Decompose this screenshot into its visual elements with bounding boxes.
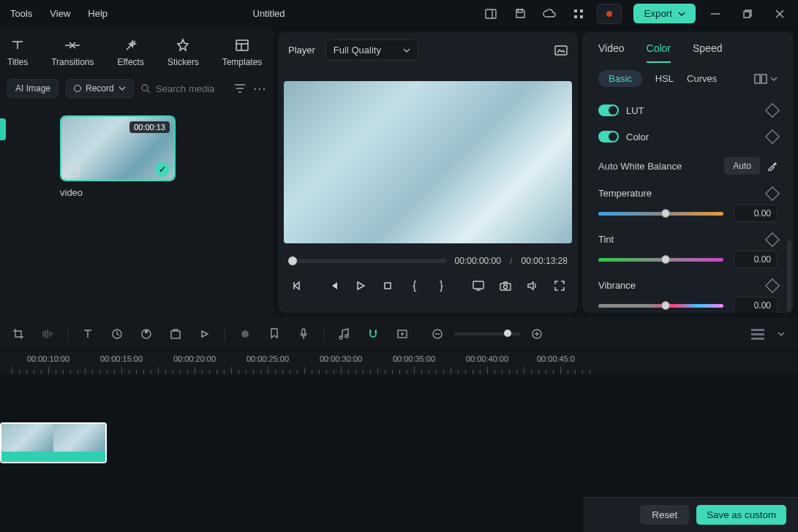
eyedropper-icon[interactable] [767,161,778,171]
svg-rect-22 [755,75,760,83]
layout-icon[interactable] [480,3,502,25]
tab-video[interactable]: Video [598,42,625,63]
more-tools[interactable] [195,324,214,343]
titles-icon [8,37,27,54]
expand-icon[interactable]: ⛶ [66,164,79,177]
vibrance-reset-icon[interactable] [765,278,780,293]
scrub-bar[interactable] [288,259,446,263]
lut-reset-icon[interactable] [765,103,780,118]
quality-select[interactable]: Full Quality [325,39,418,61]
temperature-slider[interactable] [598,212,723,216]
mark-in-button[interactable]: { [406,276,423,295]
track-view-toggle[interactable] [748,326,767,343]
filter-icon[interactable] [234,83,246,94]
svg-rect-23 [761,75,767,83]
temperature-reset-icon[interactable] [765,186,780,201]
awb-label: Auto White Balance [598,161,682,172]
color-reset-icon[interactable] [765,129,780,144]
svg-rect-0 [486,10,496,18]
svg-rect-8 [744,12,750,18]
timeline-clip[interactable] [0,422,107,463]
crop-tool[interactable] [9,324,28,343]
maximize-button[interactable] [735,3,760,25]
keyframe-tool[interactable] [236,324,255,343]
media-thumbnail[interactable]: 00:00:13 ⛶ ✓ [60,115,176,181]
mask-tool[interactable] [166,324,185,343]
subtab-basic[interactable]: Basic [598,70,642,87]
more-icon[interactable]: ⋯ [253,80,266,96]
tab-titles[interactable]: Titles [7,37,28,67]
fullscreen-icon[interactable] [551,276,568,295]
stop-button[interactable] [379,276,396,295]
tab-speed[interactable]: Speed [693,42,722,63]
camera-icon[interactable] [497,276,514,295]
save-custom-button[interactable]: Save as custom [696,505,786,525]
subtab-hsl[interactable]: HSL [655,73,674,84]
timeline-ruler[interactable]: 00:00:10:0000:00:15:0000:00:20:0000:00:2… [0,351,798,374]
speed-tool[interactable] [108,324,127,343]
color-toggle[interactable] [598,131,619,142]
temperature-value[interactable]: 0.00 [734,205,778,222]
close-button[interactable] [767,3,792,25]
prev-frame-button[interactable] [288,276,305,295]
menu-tools[interactable]: Tools [10,8,32,19]
export-button[interactable]: Export [633,4,696,23]
tint-value[interactable]: 0.00 [734,251,778,268]
step-back-button[interactable] [325,276,342,295]
subtab-curves[interactable]: Curves [687,73,717,84]
chevron-down-icon[interactable] [778,332,785,336]
play-button[interactable] [353,276,369,295]
auto-button[interactable]: Auto [724,157,760,175]
tab-effects[interactable]: Effects [117,37,143,67]
mic-tool[interactable] [294,324,313,343]
lut-toggle[interactable] [598,104,619,116]
vibrance-value[interactable]: 0.00 [734,297,778,313]
sidebar-collapse-handle[interactable] [0,118,6,140]
magnet-tool[interactable] [364,324,383,343]
reset-button[interactable]: Reset [640,505,689,525]
tab-color[interactable]: Color [647,42,671,63]
save-icon[interactable] [509,3,531,25]
snapshot-icon[interactable] [554,45,568,56]
ruler-label: 00:00:30:00 [320,354,362,363]
marker-tool[interactable] [265,324,284,343]
tab-templates[interactable]: Templates [222,37,263,67]
tab-transitions-label: Transitions [51,57,94,67]
export-label: Export [644,8,672,19]
music-tool[interactable] [334,324,353,343]
display-icon[interactable] [470,276,487,295]
grid-icon[interactable] [568,3,590,25]
frame-tool[interactable] [393,324,412,343]
menu-view[interactable]: View [50,8,70,19]
quality-value: Full Quality [334,45,381,56]
compare-icon[interactable] [754,74,767,84]
zoom-in[interactable] [527,324,546,343]
tab-transitions[interactable]: Transitions [51,37,94,67]
text-tool[interactable] [78,324,97,343]
temperature-label: Temperature [598,188,652,199]
ai-image-button[interactable]: AI Image [7,79,59,98]
chevron-down-icon[interactable] [770,77,778,81]
tint-reset-icon[interactable] [765,232,780,247]
minimize-button[interactable] [703,3,728,25]
tab-effects-label: Effects [117,57,143,67]
recording-indicator[interactable] [597,4,622,24]
cloud-icon[interactable] [538,3,560,25]
record-label: Record [86,83,114,94]
preview-video[interactable] [284,81,572,243]
tab-stickers[interactable]: Stickers [167,37,199,67]
audio-tool[interactable] [38,324,57,343]
svg-point-21 [503,285,507,289]
zoom-slider[interactable] [454,332,520,335]
tint-slider[interactable] [598,258,723,262]
tab-titles-label: Titles [7,57,28,67]
volume-icon[interactable] [524,276,541,295]
scrollbar[interactable] [787,240,791,313]
vibrance-slider[interactable] [598,304,723,308]
mark-out-button[interactable]: } [433,276,450,295]
search-input[interactable] [156,83,227,94]
menu-help[interactable]: Help [88,8,108,19]
color-tool[interactable] [137,324,156,343]
record-button[interactable]: Record [66,79,134,98]
zoom-out[interactable] [428,324,447,343]
